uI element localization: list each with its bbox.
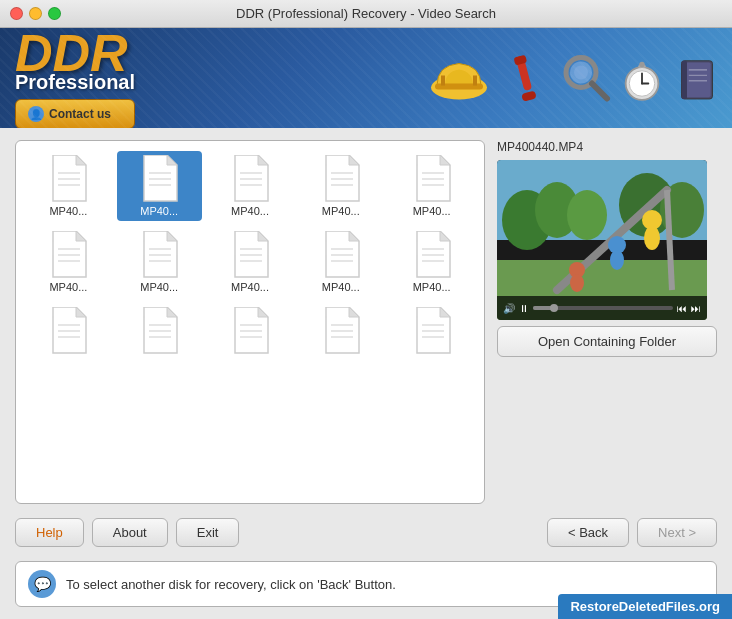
file-icon xyxy=(321,307,361,355)
watermark: RestoreDeletedFiles.org xyxy=(558,594,732,619)
fullscreen-button[interactable] xyxy=(48,7,61,20)
volume-icon[interactable]: 🔊 xyxy=(503,303,515,314)
stopwatch-icon xyxy=(617,53,667,103)
svg-rect-3 xyxy=(473,76,477,86)
file-item[interactable]: MP40... xyxy=(208,227,293,297)
file-icon xyxy=(230,231,270,279)
file-item[interactable]: MP40... xyxy=(26,151,111,221)
file-label: MP40... xyxy=(49,281,87,293)
file-label: MP40... xyxy=(322,281,360,293)
file-item[interactable] xyxy=(208,303,293,361)
file-label: MP40... xyxy=(322,205,360,217)
file-label: MP40... xyxy=(49,205,87,217)
svg-rect-6 xyxy=(521,90,537,101)
open-folder-button[interactable]: Open Containing Folder xyxy=(497,326,717,357)
svg-point-71 xyxy=(567,190,607,240)
contact-button[interactable]: 👤 Contact us xyxy=(15,99,135,128)
file-icon xyxy=(412,307,452,355)
exit-button[interactable]: Exit xyxy=(176,518,240,547)
logo-ddr: DDR xyxy=(15,28,135,79)
svg-point-78 xyxy=(644,226,660,250)
titlebar: DDR (Professional) Recovery - Video Sear… xyxy=(0,0,732,28)
file-label: MP40... xyxy=(413,281,451,293)
file-item[interactable]: MP40... xyxy=(26,227,111,297)
prev-frame-icon[interactable]: ⏮ xyxy=(677,303,687,314)
header-banner: DDR Professional 👤 Contact us xyxy=(0,28,732,128)
tools-icon xyxy=(497,51,552,106)
status-icon: 💬 xyxy=(28,570,56,598)
file-icon xyxy=(321,231,361,279)
svg-point-82 xyxy=(570,274,584,292)
file-label: MP40... xyxy=(140,281,178,293)
play-pause-icon[interactable]: ⏸ xyxy=(519,303,529,314)
bottom-buttons-row: Help About Exit < Back Next > xyxy=(15,514,717,551)
file-icon xyxy=(230,307,270,355)
file-icon xyxy=(139,307,179,355)
file-icon xyxy=(230,155,270,203)
preview-panel: MP400440.MP4 xyxy=(497,140,717,504)
hardhat-icon xyxy=(427,46,492,111)
content-row: MP40... MP40... MP40... MP40... MP40... … xyxy=(15,140,717,504)
next-frame-icon[interactable]: ⏭ xyxy=(691,303,701,314)
file-icon xyxy=(48,231,88,279)
magnifier-icon xyxy=(557,51,612,106)
file-item[interactable]: MP40... xyxy=(389,227,474,297)
about-button[interactable]: About xyxy=(92,518,168,547)
file-item[interactable]: MP40... xyxy=(298,227,383,297)
file-icon xyxy=(321,155,361,203)
file-item[interactable]: MP40... xyxy=(208,151,293,221)
file-icon xyxy=(412,231,452,279)
svg-rect-2 xyxy=(441,76,445,86)
logo-professional: Professional xyxy=(15,71,135,94)
svg-point-16 xyxy=(639,61,644,66)
file-icon xyxy=(139,155,179,203)
help-button[interactable]: Help xyxy=(15,518,84,547)
svg-line-9 xyxy=(592,84,607,99)
file-item[interactable]: MP40... xyxy=(298,151,383,221)
file-icon xyxy=(48,307,88,355)
file-item[interactable] xyxy=(26,303,111,361)
next-button[interactable]: Next > xyxy=(637,518,717,547)
svg-point-80 xyxy=(610,250,624,270)
back-button[interactable]: < Back xyxy=(547,518,629,547)
file-label: MP40... xyxy=(413,205,451,217)
file-item[interactable] xyxy=(117,303,202,361)
file-label: MP40... xyxy=(231,281,269,293)
minimize-button[interactable] xyxy=(29,7,42,20)
svg-rect-19 xyxy=(682,60,687,98)
video-preview: 🔊 ⏸ ⏮ ⏭ xyxy=(497,160,707,320)
close-button[interactable] xyxy=(10,7,23,20)
main-content: MP40... MP40... MP40... MP40... MP40... … xyxy=(0,128,732,619)
svg-rect-18 xyxy=(683,62,710,97)
file-item[interactable] xyxy=(298,303,383,361)
video-controls[interactable]: 🔊 ⏸ ⏮ ⏭ xyxy=(497,296,707,320)
logo-container: DDR Professional 👤 Contact us xyxy=(15,28,135,128)
file-item[interactable]: MP40... xyxy=(117,227,202,297)
file-icon xyxy=(48,155,88,203)
file-label: MP40... xyxy=(231,205,269,217)
window-title: DDR (Professional) Recovery - Video Sear… xyxy=(236,6,496,21)
header-icons xyxy=(427,46,722,111)
file-label: MP40... xyxy=(140,205,178,217)
file-icon xyxy=(412,155,452,203)
file-icon xyxy=(139,231,179,279)
file-item[interactable]: MP40... xyxy=(389,151,474,221)
file-item[interactable] xyxy=(389,303,474,361)
traffic-lights xyxy=(10,7,61,20)
progress-bar[interactable] xyxy=(533,306,673,310)
file-grid-container: MP40... MP40... MP40... MP40... MP40... … xyxy=(15,140,485,504)
contact-icon: 👤 xyxy=(28,106,44,122)
status-message: To select another disk for recovery, cli… xyxy=(66,577,396,592)
svg-point-10 xyxy=(574,66,588,80)
book-icon xyxy=(672,53,722,103)
preview-filename: MP400440.MP4 xyxy=(497,140,717,154)
file-item[interactable]: MP40... xyxy=(117,151,202,221)
contact-label: Contact us xyxy=(49,107,111,121)
file-grid: MP40... MP40... MP40... MP40... MP40... … xyxy=(26,151,474,361)
